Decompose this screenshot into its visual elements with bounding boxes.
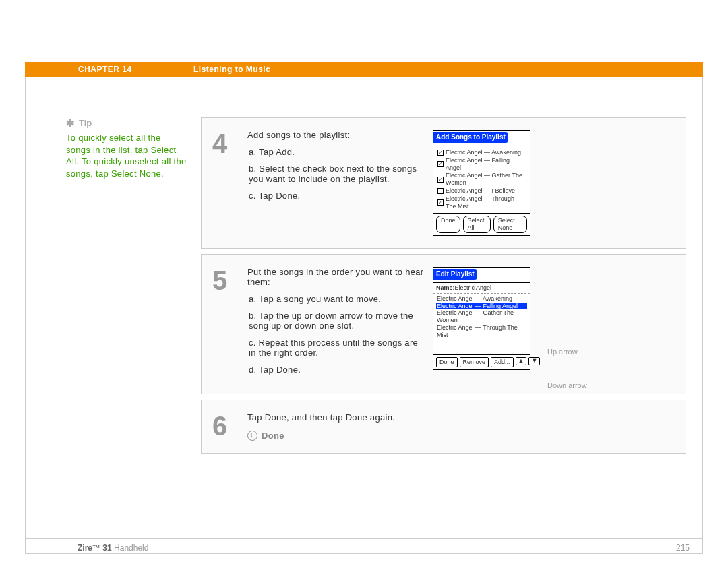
sidebar-tip: ✱Tip To quickly select all the songs in …: [26, 117, 201, 459]
screen-title: Edit Playlist: [433, 269, 477, 280]
list-item[interactable]: Electric Angel — I Believe: [437, 187, 526, 195]
step-number: 6: [207, 412, 247, 441]
product-name: Zire™ 31 Handheld: [78, 543, 148, 553]
list-item[interactable]: Electric Angel — Awakening: [437, 149, 526, 156]
list-item[interactable]: Electric Angel — Through The Mist: [436, 324, 527, 339]
list-item[interactable]: Electric Angel — Gather The Women: [436, 309, 527, 324]
header-bar: CHAPTER 14 Listening to Music: [25, 62, 703, 77]
screen-title: Add Songs to Playlist: [433, 132, 508, 143]
asterisk-icon: ✱: [66, 117, 75, 129]
tip-heading: ✱Tip: [66, 117, 187, 129]
up-arrow-button[interactable]: ▲: [516, 357, 527, 365]
sub-b: b. Tap the up or down arrow to move the …: [249, 311, 425, 331]
step-5: 5 Put the songs in the order you want to…: [201, 254, 686, 394]
remove-button[interactable]: Remove: [460, 357, 489, 367]
checkbox-icon[interactable]: [437, 161, 444, 167]
step-intro: Add songs to the playlist:: [247, 130, 425, 140]
edit-playlist-screen: Edit Playlist Name:Electric Angel Electr…: [433, 267, 530, 370]
list-item[interactable]: Electric Angel — Through The Mist: [437, 195, 526, 210]
checkbox-icon[interactable]: [437, 188, 444, 194]
list-item[interactable]: Electric Angel — Falling Angel: [436, 303, 527, 310]
up-arrow-annot: Up arrow: [547, 348, 578, 356]
playlist-name-row: Name:Electric Angel: [433, 283, 530, 294]
step-intro: Tap Done, and then tap Done again.: [247, 412, 617, 423]
page-body: ✱Tip To quickly select all the songs in …: [25, 77, 703, 554]
step-number: 4: [207, 130, 247, 236]
footer: Zire™ 31 Handheld 215: [25, 538, 703, 553]
down-arrow-circle-icon: [247, 431, 257, 441]
list-item[interactable]: Electric Angel — Falling Angel: [437, 157, 526, 172]
checkbox-icon[interactable]: [437, 199, 444, 206]
add-songs-screen: Add Songs to Playlist Electric Angel — A…: [433, 130, 530, 236]
tip-body: To quickly select all the songs in the l…: [66, 132, 187, 179]
checkbox-icon[interactable]: [437, 177, 444, 183]
down-arrow-annot: Down arrow: [547, 381, 587, 389]
sub-d: d. Tap Done.: [249, 365, 425, 375]
done-indicator: Done: [247, 431, 617, 441]
select-all-button[interactable]: Select All: [463, 216, 491, 233]
step-intro: Put the songs in the order you want to h…: [247, 267, 425, 287]
sub-c: c. Repeat this process until the songs a…: [249, 338, 425, 358]
step-6: 6 Tap Done, and then tap Done again. Don…: [201, 400, 686, 454]
step-4: 4 Add songs to the playlist: a. Tap Add.…: [201, 117, 686, 249]
chapter-label: CHAPTER 14: [25, 65, 193, 74]
sub-c: c. Tap Done.: [249, 191, 425, 201]
step-number: 5: [207, 267, 247, 381]
select-none-button[interactable]: Select None: [493, 216, 527, 233]
page-title: Listening to Music: [193, 65, 270, 74]
sub-b: b. Select the check box next to the song…: [249, 164, 425, 184]
list-item[interactable]: Electric Angel — Awakening: [436, 295, 527, 303]
checkbox-icon[interactable]: [437, 150, 444, 156]
add-button[interactable]: Add...: [491, 357, 514, 367]
list-item[interactable]: Electric Angel — Gather The Women: [437, 172, 526, 187]
page-number: 215: [676, 543, 690, 553]
sub-a: a. Tap Add.: [249, 147, 425, 157]
done-button[interactable]: Done: [436, 357, 458, 367]
done-button[interactable]: Done: [436, 216, 460, 233]
steps-column: 4 Add songs to the playlist: a. Tap Add.…: [201, 117, 686, 459]
sub-a: a. Tap a song you want to move.: [249, 294, 425, 304]
down-arrow-button[interactable]: ▼: [528, 357, 540, 365]
